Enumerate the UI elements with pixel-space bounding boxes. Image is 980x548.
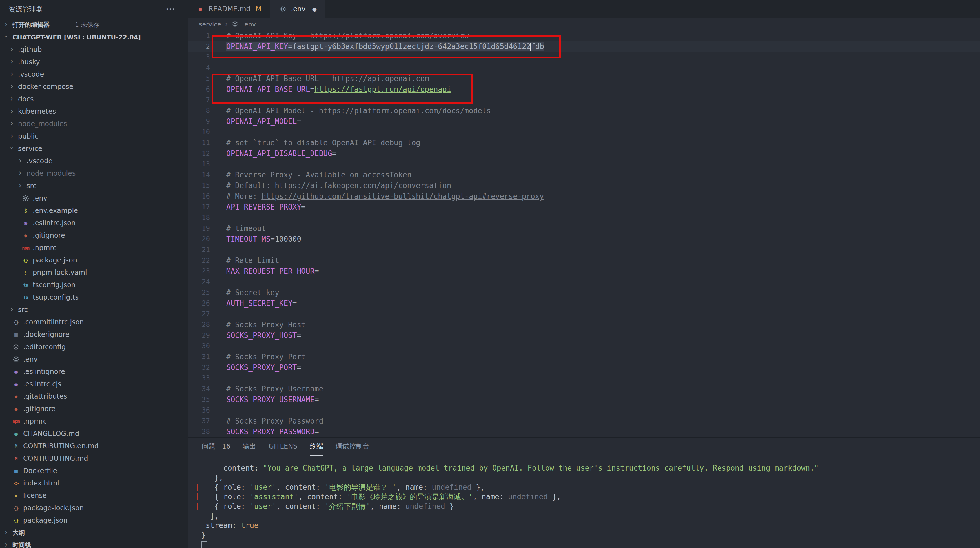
outline-section[interactable]: › 大纲 xyxy=(0,527,188,539)
code-line-30[interactable]: 30 xyxy=(188,341,980,351)
tree-item-.commitlintrc.json[interactable]: {}.commitlintrc.json xyxy=(0,316,188,328)
code-line-21[interactable]: 21 xyxy=(188,245,980,255)
code-line-33[interactable]: 33 xyxy=(188,373,980,384)
code-line-12[interactable]: 12OPENAI_API_DISABLE_DEBUG= xyxy=(188,148,980,159)
code-line-36[interactable]: 36 xyxy=(188,405,980,416)
markdown-icon: M xyxy=(12,454,20,463)
code-line-38[interactable]: 38SOCKS_PROXY_PASSWORD= xyxy=(188,426,980,437)
line-number: 32 xyxy=(188,362,210,373)
tree-item-tsup.config.ts[interactable]: TStsup.config.ts xyxy=(0,291,188,303)
code-line-3[interactable]: 3 xyxy=(188,52,980,62)
tree-item-pnpm-lock.yaml[interactable]: !pnpm-lock.yaml xyxy=(0,267,188,279)
tree-item-.eslintignore[interactable]: ◉.eslintignore xyxy=(0,365,188,378)
tree-item-node_modules[interactable]: ›node_modules xyxy=(0,167,188,179)
tree-item-Dockerfile[interactable]: ■Dockerfile xyxy=(0,465,188,477)
chevron-right-icon: › xyxy=(8,57,15,66)
tree-item-package.json[interactable]: {}package.json xyxy=(0,254,188,267)
tree-item-.vscode[interactable]: ›.vscode xyxy=(0,68,188,81)
code-line-28[interactable]: 28# Socks Proxy Host xyxy=(188,319,980,330)
tree-item-node_modules[interactable]: ›node_modules xyxy=(0,118,188,130)
code-line-7[interactable]: 7 xyxy=(188,95,980,105)
tree-item-package.json[interactable]: {}package.json xyxy=(0,514,188,527)
code-line-4[interactable]: 4 xyxy=(188,62,980,73)
code-line-6[interactable]: 6OPENAI_API_BASE_URL=https://fastgpt.run… xyxy=(188,84,980,95)
code-line-27[interactable]: 27 xyxy=(188,309,980,319)
breadcrumb-file[interactable]: .env xyxy=(242,21,256,28)
code-line-22[interactable]: 22# Rate Limit xyxy=(188,255,980,266)
code-line-25[interactable]: 25# Secret key xyxy=(188,287,980,298)
tree-item-license[interactable]: ▪license xyxy=(0,489,188,502)
code-line-20[interactable]: 20TIMEOUT_MS=100000 xyxy=(188,234,980,245)
panel-tab-输出[interactable]: 输出 xyxy=(243,438,256,456)
tree-item-src[interactable]: ›src xyxy=(0,179,188,192)
unsaved-dot-icon[interactable]: ● xyxy=(312,6,317,12)
code-line-32[interactable]: 32SOCKS_PROXY_PORT= xyxy=(188,362,980,373)
line-number: 21 xyxy=(188,245,210,255)
panel-tab-问题[interactable]: 问题16 xyxy=(202,438,230,456)
code-line-34[interactable]: 34# Socks Proxy Username xyxy=(188,384,980,394)
code-line-29[interactable]: 29SOCKS_PROXY_HOST= xyxy=(188,330,980,341)
tab-README.md[interactable]: ●README.mdM xyxy=(188,0,270,18)
tree-item-src[interactable]: ›src xyxy=(0,303,188,316)
code-line-26[interactable]: 26AUTH_SECRET_KEY= xyxy=(188,298,980,309)
tree-item-.gitignore[interactable]: ◆.gitignore xyxy=(0,229,188,241)
file-tree: ›.github›.husky›.vscode›docker-compose›d… xyxy=(0,43,188,527)
tree-item-service[interactable]: ›service xyxy=(0,143,188,155)
tab-.env[interactable]: .env● xyxy=(270,0,326,18)
code-line-31[interactable]: 31# Socks Proxy Port xyxy=(188,351,980,362)
code-line-14[interactable]: 14# Reverse Proxy - Available on accessT… xyxy=(188,170,980,180)
tree-item-.husky[interactable]: ›.husky xyxy=(0,56,188,68)
tree-item-kubernetes[interactable]: ›kubernetes xyxy=(0,105,188,118)
tree-item-.eslintrc.json[interactable]: ◉.eslintrc.json xyxy=(0,217,188,229)
code-line-11[interactable]: 11# set `true` to disable OpenAI API deb… xyxy=(188,137,980,148)
tree-item-index.html[interactable]: <>index.html xyxy=(0,477,188,489)
timeline-section[interactable]: › 时间线 xyxy=(0,539,188,548)
tree-item-.dockerignore[interactable]: ■.dockerignore xyxy=(0,328,188,341)
tree-item-.npmrc[interactable]: npm.npmrc xyxy=(0,415,188,427)
tree-item-.npmrc[interactable]: npm.npmrc xyxy=(0,241,188,254)
code-line-18[interactable]: 18 xyxy=(188,212,980,223)
chevron-right-icon: › xyxy=(8,119,15,127)
tree-item-.gitattributes[interactable]: ◆.gitattributes xyxy=(0,390,188,403)
tree-item-CHANGELOG.md[interactable]: ●CHANGELOG.md xyxy=(0,427,188,440)
tree-item-.env[interactable]: .env xyxy=(0,353,188,365)
code-line-16[interactable]: 16# More: https://github.com/transitive-… xyxy=(188,191,980,202)
panel-tab-调试控制台[interactable]: 调试控制台 xyxy=(336,438,369,456)
code-line-35[interactable]: 35SOCKS_PROXY_USERNAME= xyxy=(188,394,980,405)
code-line-37[interactable]: 37# Socks Proxy Password xyxy=(188,416,980,426)
tree-item-CONTRIBUTING.en.md[interactable]: MCONTRIBUTING.en.md xyxy=(0,440,188,452)
tree-item-docs[interactable]: ›docs xyxy=(0,93,188,105)
code-line-17[interactable]: 17API_REVERSE_PROXY= xyxy=(188,202,980,212)
tree-item-package-lock.json[interactable]: {}package-lock.json xyxy=(0,502,188,514)
tree-item-tsconfig.json[interactable]: tstsconfig.json xyxy=(0,279,188,291)
tree-item-.env.example[interactable]: $.env.example xyxy=(0,205,188,217)
code-line-2[interactable]: 2OPENAI_API_KEY=fastgpt-y6b3axfbdd5wyp01… xyxy=(188,41,980,52)
code-line-24[interactable]: 24 xyxy=(188,276,980,287)
code-editor[interactable]: 1# OpenAI API Key - https://platform.ope… xyxy=(188,30,980,437)
code-line-10[interactable]: 10 xyxy=(188,127,980,137)
tree-item-.gitignore[interactable]: ◆.gitignore xyxy=(0,403,188,415)
tree-item-.env[interactable]: .env xyxy=(0,192,188,205)
code-line-13[interactable]: 13 xyxy=(188,159,980,170)
more-actions-icon[interactable]: ··· xyxy=(166,5,175,13)
tree-item-public[interactable]: ›public xyxy=(0,130,188,143)
tree-item-.eslintrc.cjs[interactable]: ◉.eslintrc.cjs xyxy=(0,378,188,390)
tree-item-.github[interactable]: ›.github xyxy=(0,43,188,56)
open-editors-section[interactable]: › 打开的编辑器 1 未保存 xyxy=(0,19,188,31)
code-line-5[interactable]: 5# OpenAI API Base URL - https://api.ope… xyxy=(188,73,980,84)
tree-item-CONTRIBUTING.md[interactable]: MCONTRIBUTING.md xyxy=(0,452,188,465)
code-line-19[interactable]: 19# timeout xyxy=(188,223,980,234)
workspace-section[interactable]: › CHATGPT-WEB [WSL: UBUNTU-22.04] xyxy=(0,31,188,43)
tree-item-.vscode[interactable]: ›.vscode xyxy=(0,155,188,167)
panel-tab-终端[interactable]: 终端 xyxy=(310,438,323,456)
code-line-23[interactable]: 23MAX_REQUEST_PER_HOUR= xyxy=(188,266,980,276)
terminal[interactable]: content: "You are ChatGPT, a large langu… xyxy=(188,456,980,548)
breadcrumb-folder[interactable]: service xyxy=(199,21,221,28)
tree-item-.editorconfig[interactable]: .editorconfig xyxy=(0,341,188,353)
code-line-1[interactable]: 1# OpenAI API Key - https://platform.ope… xyxy=(188,30,980,41)
panel-tab-GITLENS[interactable]: GITLENS xyxy=(269,438,297,456)
code-line-15[interactable]: 15# Default: https://ai.fakeopen.com/api… xyxy=(188,180,980,191)
code-line-9[interactable]: 9OPENAI_API_MODEL= xyxy=(188,116,980,127)
code-line-8[interactable]: 8# OpenAI API Model - https://platform.o… xyxy=(188,105,980,116)
tree-item-docker-compose[interactable]: ›docker-compose xyxy=(0,81,188,93)
